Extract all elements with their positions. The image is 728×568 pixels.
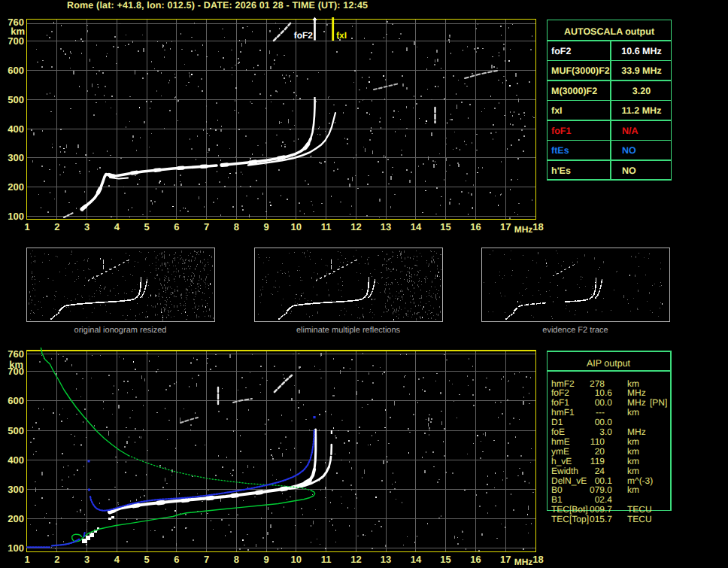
svg-text:6: 6 xyxy=(174,221,179,232)
svg-text:AIP output: AIP output xyxy=(587,358,631,369)
svg-text:foF1: foF1 xyxy=(551,397,569,408)
svg-text:[PN]: [PN] xyxy=(650,397,667,408)
svg-text:h_vE: h_vE xyxy=(551,456,572,466)
svg-text:eliminate multiple reflections: eliminate multiple reflections xyxy=(296,326,401,335)
svg-text:MHz: MHz xyxy=(514,224,533,235)
svg-text:3.20: 3.20 xyxy=(632,86,651,96)
svg-text:NO: NO xyxy=(622,166,636,176)
svg-text:20: 20 xyxy=(595,446,605,457)
svg-text:hmF2: hmF2 xyxy=(551,378,575,389)
svg-text:MUF(3000)F2: MUF(3000)F2 xyxy=(551,65,610,76)
svg-text:10.6: 10.6 xyxy=(595,387,613,398)
svg-text:foE: foE xyxy=(551,427,565,437)
svg-text:km: km xyxy=(627,466,639,476)
svg-text:24: 24 xyxy=(595,466,605,476)
svg-text:10: 10 xyxy=(291,554,302,565)
svg-text:MHz: MHz xyxy=(627,387,646,398)
svg-text:12: 12 xyxy=(350,554,361,565)
svg-text:3.0: 3.0 xyxy=(599,427,612,437)
svg-text:400: 400 xyxy=(8,454,24,466)
svg-text:m^(-3): m^(-3) xyxy=(627,475,653,486)
svg-text:700: 700 xyxy=(8,366,24,377)
svg-text:B0: B0 xyxy=(551,484,563,495)
svg-text:300: 300 xyxy=(8,484,24,495)
svg-text:02.4: 02.4 xyxy=(595,494,613,505)
svg-text:7: 7 xyxy=(204,554,209,565)
svg-text:M(3000)F2: M(3000)F2 xyxy=(551,86,597,96)
svg-text:foF1: foF1 xyxy=(551,126,571,136)
svg-text:12: 12 xyxy=(350,221,361,232)
svg-text:500: 500 xyxy=(8,94,24,105)
svg-text:1: 1 xyxy=(24,554,29,565)
svg-text:foF2: foF2 xyxy=(551,46,571,56)
svg-text:015.7: 015.7 xyxy=(590,514,612,524)
svg-text:17: 17 xyxy=(500,221,511,232)
svg-text:fxI: fxI xyxy=(336,30,347,41)
svg-text:700: 700 xyxy=(8,35,24,47)
svg-text:MHz: MHz xyxy=(514,557,533,567)
svg-text:00.0: 00.0 xyxy=(595,417,613,427)
svg-text:1: 1 xyxy=(24,221,29,232)
svg-text:278: 278 xyxy=(590,378,605,389)
svg-text:00.1: 00.1 xyxy=(595,475,613,486)
svg-text:17: 17 xyxy=(500,554,511,565)
svg-text:8: 8 xyxy=(234,221,239,232)
svg-text:11: 11 xyxy=(321,221,332,232)
svg-text:NO: NO xyxy=(622,145,636,156)
svg-text:2: 2 xyxy=(54,554,59,565)
svg-text:DelN_vE: DelN_vE xyxy=(551,475,587,486)
svg-text:16: 16 xyxy=(470,221,481,232)
svg-text:6: 6 xyxy=(174,554,179,565)
svg-text:300: 300 xyxy=(8,152,24,163)
svg-text:B1: B1 xyxy=(551,494,563,505)
svg-text:100: 100 xyxy=(8,542,24,554)
svg-text:km: km xyxy=(627,436,639,447)
svg-text:10: 10 xyxy=(291,221,302,232)
svg-text:foF2: foF2 xyxy=(294,30,314,41)
svg-text:00.0: 00.0 xyxy=(595,397,613,408)
svg-text:MHz: MHz xyxy=(627,397,646,408)
svg-text:---: --- xyxy=(596,407,605,418)
svg-text:11: 11 xyxy=(321,554,332,565)
svg-text:ftEs: ftEs xyxy=(551,145,569,156)
svg-text:14: 14 xyxy=(411,221,422,232)
svg-text:600: 600 xyxy=(8,65,24,76)
svg-text:11.2 MHz: 11.2 MHz xyxy=(622,105,662,116)
svg-text:D1: D1 xyxy=(551,417,563,427)
svg-text:600: 600 xyxy=(8,395,24,406)
svg-text:200: 200 xyxy=(8,513,24,524)
svg-text:TECU: TECU xyxy=(627,514,652,524)
svg-text:33.9 MHz: 33.9 MHz xyxy=(621,65,662,76)
svg-text:AUTOSCALA output: AUTOSCALA output xyxy=(564,26,655,37)
svg-text:110: 110 xyxy=(590,436,605,447)
svg-text:h'Es: h'Es xyxy=(551,166,571,176)
svg-text:18: 18 xyxy=(532,554,543,565)
svg-text:5: 5 xyxy=(144,554,149,565)
svg-text:evidence F2 trace: evidence F2 trace xyxy=(542,326,608,335)
svg-text:13: 13 xyxy=(381,221,391,232)
svg-text:ymE: ymE xyxy=(551,446,569,457)
svg-text:400: 400 xyxy=(8,123,24,135)
svg-text:hmF1: hmF1 xyxy=(551,407,575,418)
svg-text:N/A: N/A xyxy=(622,126,639,136)
svg-text:TECU: TECU xyxy=(627,504,652,515)
svg-text:079.0: 079.0 xyxy=(590,484,612,495)
svg-text:Rome (lat: +41.8, lon: 012.5): Rome (lat: +41.8, lon: 012.5) - DATE: 20… xyxy=(67,0,368,11)
svg-text:8: 8 xyxy=(234,554,239,565)
svg-text:km: km xyxy=(627,407,639,418)
svg-text:foF2: foF2 xyxy=(551,387,569,398)
svg-text:km: km xyxy=(627,456,639,466)
svg-text:2: 2 xyxy=(54,221,59,232)
svg-text:15: 15 xyxy=(440,221,450,232)
svg-text:3: 3 xyxy=(84,221,89,232)
svg-text:km: km xyxy=(627,378,639,389)
svg-text:9: 9 xyxy=(263,221,268,232)
svg-text:7: 7 xyxy=(204,221,209,232)
svg-text:Ewidth: Ewidth xyxy=(551,466,578,476)
svg-text:TEC[Bot]: TEC[Bot] xyxy=(551,504,588,515)
svg-text:10.6 MHz: 10.6 MHz xyxy=(621,46,662,56)
svg-text:9: 9 xyxy=(263,554,268,565)
svg-text:119: 119 xyxy=(590,456,605,466)
svg-text:MHz: MHz xyxy=(627,427,646,437)
svg-text:5: 5 xyxy=(144,221,149,232)
